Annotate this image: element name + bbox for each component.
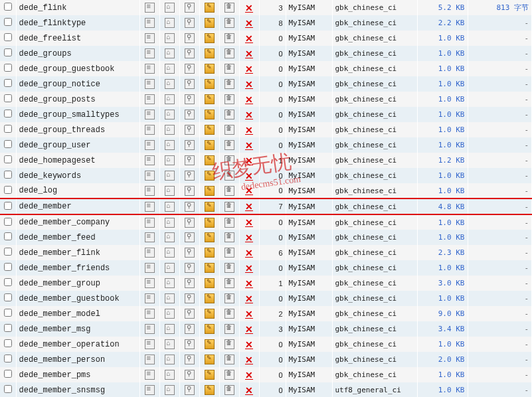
table-size[interactable]: 1.0 KB (438, 294, 465, 303)
structure-icon[interactable] (165, 355, 175, 364)
drop-icon[interactable]: ✕ (245, 339, 253, 350)
table-name-link[interactable]: dede_group_notice (19, 80, 100, 89)
drop-icon[interactable]: ✕ (245, 125, 253, 135)
search-icon[interactable] (185, 217, 195, 226)
table-size[interactable]: 1.0 KB (438, 95, 465, 104)
search-icon[interactable] (185, 385, 195, 394)
insert-icon[interactable] (205, 217, 215, 226)
browse-icon[interactable] (145, 155, 155, 165)
insert-icon[interactable] (205, 309, 215, 318)
table-name-link[interactable]: dede_member_operation (19, 340, 120, 349)
table-name-link[interactable]: dede_member_pms (19, 370, 91, 380)
table-name-link[interactable]: dede_flink (19, 3, 67, 13)
table-size[interactable]: 1.0 KB (438, 386, 465, 394)
browse-icon[interactable] (145, 370, 155, 379)
structure-icon[interactable] (165, 185, 175, 195)
empty-icon[interactable] (224, 171, 234, 180)
row-checkbox[interactable] (4, 263, 12, 271)
structure-icon[interactable] (165, 155, 175, 165)
search-icon[interactable] (185, 79, 195, 88)
structure-icon[interactable] (165, 140, 175, 149)
structure-icon[interactable] (165, 125, 175, 134)
structure-icon[interactable] (165, 171, 175, 180)
table-name-link[interactable]: dede_member_flink (19, 248, 100, 258)
table-name-link[interactable]: dede_groups (19, 49, 72, 58)
row-checkbox[interactable] (4, 324, 12, 332)
browse-icon[interactable] (145, 201, 155, 210)
search-icon[interactable] (185, 18, 195, 27)
row-checkbox[interactable] (4, 218, 12, 226)
insert-icon[interactable] (205, 355, 215, 364)
row-checkbox[interactable] (4, 3, 12, 11)
insert-icon[interactable] (205, 278, 215, 287)
table-size[interactable]: 1.0 KB (438, 80, 465, 88)
structure-icon[interactable] (165, 48, 175, 58)
search-icon[interactable] (185, 3, 195, 12)
search-icon[interactable] (185, 125, 195, 134)
insert-icon[interactable] (205, 339, 215, 349)
drop-icon[interactable]: ✕ (245, 79, 253, 90)
browse-icon[interactable] (145, 278, 155, 287)
row-checkbox[interactable] (4, 64, 12, 72)
row-checkbox[interactable] (4, 186, 12, 194)
table-name-link[interactable]: dede_member_feed (19, 233, 96, 242)
table-name-link[interactable]: dede_keywords (19, 171, 82, 181)
insert-icon[interactable] (205, 79, 215, 88)
search-icon[interactable] (185, 64, 195, 73)
empty-icon[interactable] (224, 370, 234, 379)
insert-icon[interactable] (205, 248, 215, 257)
search-icon[interactable] (185, 309, 195, 318)
structure-icon[interactable] (165, 232, 175, 242)
search-icon[interactable] (185, 48, 195, 58)
structure-icon[interactable] (165, 110, 175, 119)
structure-icon[interactable] (165, 263, 175, 272)
row-checkbox[interactable] (4, 339, 12, 347)
table-size[interactable]: 1.0 KB (438, 218, 465, 227)
structure-icon[interactable] (165, 79, 175, 88)
drop-icon[interactable]: ✕ (245, 232, 253, 243)
table-name-link[interactable]: dede_log (19, 186, 58, 195)
table-size[interactable]: 2.3 KB (438, 248, 465, 257)
browse-icon[interactable] (145, 185, 155, 195)
row-checkbox[interactable] (4, 79, 12, 87)
browse-icon[interactable] (145, 33, 155, 42)
browse-icon[interactable] (145, 248, 155, 257)
row-checkbox[interactable] (4, 309, 12, 317)
structure-icon[interactable] (165, 293, 175, 303)
drop-icon[interactable]: ✕ (245, 217, 253, 228)
empty-icon[interactable] (224, 125, 234, 134)
empty-icon[interactable] (224, 3, 234, 12)
drop-icon[interactable]: ✕ (245, 263, 253, 274)
insert-icon[interactable] (205, 324, 215, 333)
drop-icon[interactable]: ✕ (245, 278, 253, 289)
structure-icon[interactable] (165, 324, 175, 333)
browse-icon[interactable] (145, 110, 155, 119)
table-size[interactable]: 1.2 KB (438, 156, 465, 165)
table-size[interactable]: 3.0 KB (438, 279, 465, 287)
table-name-link[interactable]: dede_member_group (19, 279, 100, 288)
insert-icon[interactable] (205, 370, 215, 379)
search-icon[interactable] (185, 248, 195, 257)
table-name-link[interactable]: dede_member_friends (19, 264, 110, 273)
table-size[interactable]: 1.0 KB (438, 340, 465, 349)
insert-icon[interactable] (205, 125, 215, 134)
row-checkbox[interactable] (4, 293, 12, 301)
table-size[interactable]: 5.2 KB (438, 3, 465, 12)
drop-icon[interactable]: ✕ (245, 185, 253, 196)
drop-icon[interactable]: ✕ (245, 293, 253, 304)
search-icon[interactable] (185, 324, 195, 333)
row-checkbox[interactable] (4, 94, 12, 102)
structure-icon[interactable] (165, 94, 175, 104)
row-checkbox[interactable] (4, 48, 12, 56)
insert-icon[interactable] (205, 3, 215, 12)
structure-icon[interactable] (165, 33, 175, 42)
search-icon[interactable] (185, 171, 195, 180)
insert-icon[interactable] (205, 232, 215, 242)
row-checkbox[interactable] (4, 202, 12, 210)
browse-icon[interactable] (145, 125, 155, 134)
empty-icon[interactable] (224, 385, 234, 394)
empty-icon[interactable] (224, 309, 234, 318)
drop-icon[interactable]: ✕ (245, 370, 253, 380)
table-name-link[interactable]: dede_member_person (19, 355, 106, 364)
drop-icon[interactable]: ✕ (245, 355, 253, 365)
